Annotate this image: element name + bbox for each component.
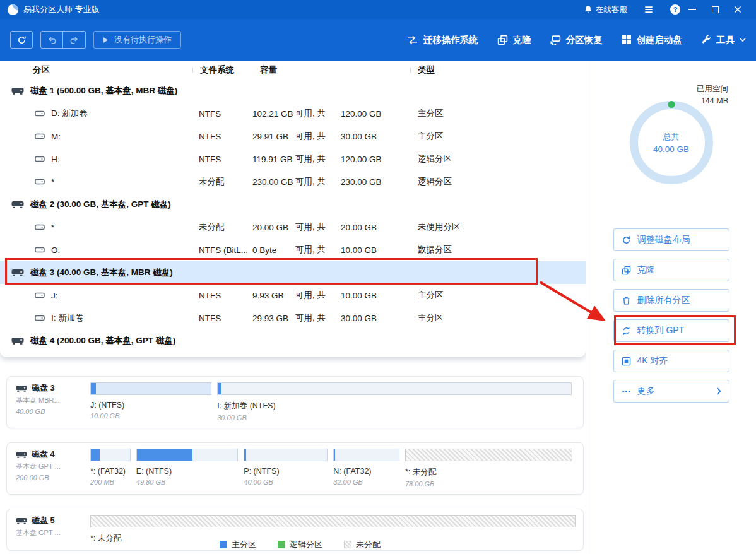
table-row-partition-o[interactable]: O: NTFS (BitL... 0 Byte 可用, 共 10.00 GB 数…: [0, 239, 586, 261]
pending-operations-button[interactable]: 没有待执行操作: [93, 31, 181, 49]
unallocated-swatch: [344, 541, 351, 548]
clone-button[interactable]: 克隆: [613, 259, 729, 281]
disk-row-label: 磁盘 1 (500.00 GB, 基本盘, MBR 磁盘): [30, 85, 177, 97]
fs-value: NTFS: [199, 155, 252, 164]
minimize-button[interactable]: [682, 0, 703, 19]
migrate-os-label: 迁移操作系统: [423, 34, 478, 46]
table-row-partition-unalloc-2[interactable]: * 未分配 20.00 GB 可用, 共 20.00 GB 未使用分区: [0, 216, 586, 239]
table-row-disk-3-selected[interactable]: 磁盘 3 (40.00 GB, 基本盘, MBR 磁盘): [0, 261, 586, 284]
partition-block-i[interactable]: I: 新加卷 (NTFS) 30.00 GB: [217, 382, 571, 421]
tools-icon: [701, 35, 711, 45]
disk-card-3[interactable]: 磁盘 3 基本盘 MBR... 40.00 GB J: (NTFS) 10.00…: [6, 376, 584, 428]
disk-card-size: 40.00 GB: [16, 408, 90, 415]
4k-align-label: 4K 对齐: [637, 355, 668, 367]
migrate-os-button[interactable]: 迁移操作系统: [406, 34, 478, 46]
table-row-partition-m[interactable]: M: NTFS 29.91 GB 可用, 共 30.00 GB 主分区: [0, 125, 586, 148]
capacity-sep: 可用, 共: [295, 176, 341, 187]
help-button[interactable]: ?: [670, 4, 680, 15]
table-row-partition-unalloc-1[interactable]: * 未分配 230.00 GB 可用, 共 230.00 GB 逻辑分区: [0, 170, 586, 193]
partition-block-e[interactable]: E: (NTFS) 49.80 GB: [136, 449, 238, 488]
legend-primary: 主分区: [220, 539, 256, 550]
adjust-layout-button[interactable]: 调整磁盘布局: [613, 228, 729, 251]
total-value: 30.00 GB: [341, 132, 410, 141]
table-row-disk-1[interactable]: 磁盘 1 (500.00 GB, 基本盘, MBR 磁盘): [0, 80, 586, 102]
disk-icon: [11, 336, 24, 345]
table-row-disk-4[interactable]: 磁盘 4 (200.00 GB, 基本盘, GPT 磁盘): [0, 329, 586, 352]
disk-row-label: 磁盘 2 (30.00 GB, 基本盘, GPT 磁盘): [30, 199, 171, 210]
used-space-dot: [668, 101, 675, 108]
redo-button[interactable]: [63, 31, 86, 49]
disk-card-4[interactable]: 磁盘 4 基本盘 GPT ... 200.00 GB *: (FAT32) 20…: [6, 442, 584, 495]
fs-value: NTFS: [199, 109, 252, 119]
column-header-type: 类型: [410, 64, 586, 76]
action-panel: 已用空间 144 MB 总共 40.00 GB 调整磁盘布局 克隆 删除所有分区: [586, 61, 756, 554]
disk-card-title: 磁盘 3: [32, 382, 55, 394]
disk-map-area: 磁盘 3 基本盘 MBR... 40.00 GB J: (NTFS) 10.00…: [0, 376, 586, 551]
clone-toolbar-button[interactable]: 克隆: [497, 34, 531, 46]
partition-icon: [35, 223, 45, 231]
partition-icon: [35, 246, 45, 254]
partition-block-n[interactable]: N: (FAT32) 32.00 GB: [333, 449, 399, 488]
table-row-disk-2[interactable]: 磁盘 2 (30.00 GB, 基本盘, GPT 磁盘): [0, 193, 586, 216]
partition-block-fat32[interactable]: *: (FAT32) 200 MB: [90, 449, 131, 488]
close-icon: [734, 6, 741, 13]
undo-button[interactable]: [40, 31, 63, 49]
disk-icon: [11, 200, 24, 209]
table-row-partition-d[interactable]: D: 新加卷 NTFS 102.21 GB 可用, 共 120.00 GB 主分…: [0, 102, 586, 125]
disk-card-subtitle: 基本盘 MBR...: [16, 396, 90, 405]
partition-block-p[interactable]: P: (NTFS) 40.00 GB: [244, 449, 328, 488]
convert-to-gpt-button[interactable]: 转换到 GPT: [613, 319, 729, 342]
partition-icon: [35, 314, 45, 322]
free-value: 29.93 GB: [252, 314, 295, 323]
app-title: 易我分区大师 专业版: [23, 4, 100, 15]
close-button[interactable]: [727, 0, 748, 19]
table-header: 分区 文件系统 容量 类型: [0, 61, 586, 80]
delete-all-partitions-button[interactable]: 删除所有分区: [613, 289, 729, 312]
type-value: 逻辑分区: [410, 176, 586, 187]
column-header-partition: 分区: [0, 64, 192, 76]
more-button[interactable]: 更多: [613, 380, 729, 403]
partition-icon: [35, 110, 45, 117]
partition-block-j[interactable]: J: (NTFS) 10.00 GB: [90, 382, 211, 421]
refresh-icon: [17, 35, 27, 45]
primary-partition-swatch: [220, 541, 227, 548]
partition-legend: 主分区 逻辑分区 未分配: [220, 539, 381, 550]
disk-card-title: 磁盘 4: [32, 449, 55, 460]
used-space-label: 已用空间: [697, 83, 728, 95]
partition-block-unallocated[interactable]: *: 未分配 78.00 GB: [405, 449, 572, 488]
online-service-label: 在线客服: [596, 4, 627, 15]
online-service-button[interactable]: 在线客服: [584, 4, 627, 15]
disk-icon: [16, 384, 27, 392]
tools-menu-button[interactable]: 工具: [701, 34, 746, 46]
table-row-partition-j[interactable]: J: NTFS 9.93 GB 可用, 共 10.00 GB 主分区: [0, 284, 586, 307]
partition-recovery-label: 分区恢复: [566, 34, 603, 46]
column-header-filesystem: 文件系统: [192, 64, 252, 76]
table-row-partition-h[interactable]: H: NTFS 119.91 GB 可用, 共 120.00 GB 逻辑分区: [0, 148, 586, 170]
capacity-sep: 可用, 共: [295, 108, 341, 119]
disk-icon: [11, 268, 24, 277]
partition-bar: [136, 449, 238, 461]
partition-table: 分区 文件系统 容量 类型 磁盘 1 (500.00 GB, 基本盘, MBR …: [0, 61, 586, 357]
refresh-button[interactable]: [10, 31, 33, 49]
free-value: 230.00 GB: [252, 177, 295, 187]
type-value: 主分区: [410, 290, 586, 301]
capacity-sep: 可用, 共: [295, 153, 341, 165]
create-bootable-disk-button[interactable]: 创建启动盘: [622, 34, 683, 46]
total-value: 30.00 GB: [341, 314, 410, 323]
operation-list-button[interactable]: [644, 4, 654, 15]
total-value: 120.00 GB: [341, 155, 410, 164]
more-dots-icon: [622, 387, 631, 396]
maximize-button[interactable]: [704, 0, 726, 19]
partition-label: J:: [51, 291, 58, 300]
table-row-partition-i[interactable]: I: 新加卷 NTFS 29.93 GB 可用, 共 30.00 GB 主分区: [0, 307, 586, 329]
help-icon: ?: [670, 4, 680, 15]
free-value: 9.93 GB: [252, 291, 295, 300]
type-value: 数据分区: [410, 244, 586, 256]
titlebar: 易我分区大师 专业版 在线客服 ?: [0, 0, 756, 19]
4k-align-icon: [622, 357, 631, 366]
convert-to-gpt-label: 转换到 GPT: [637, 325, 685, 336]
partition-icon: [35, 155, 45, 163]
4k-align-button[interactable]: 4K 对齐: [613, 350, 729, 372]
disk-card-info: 磁盘 3 基本盘 MBR... 40.00 GB: [16, 382, 90, 421]
partition-recovery-button[interactable]: 分区恢复: [550, 34, 603, 46]
